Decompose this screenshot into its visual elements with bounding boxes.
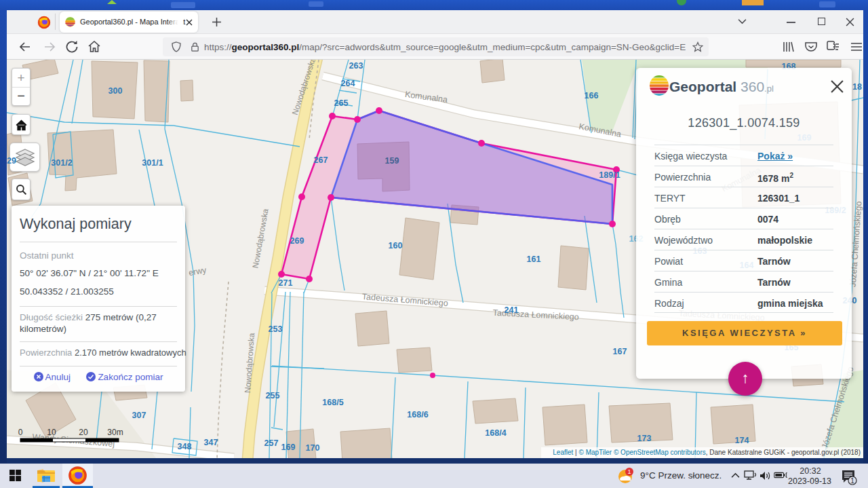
svg-text:18: 18	[852, 82, 862, 92]
svg-text:169: 169	[281, 443, 296, 452]
svg-text:20: 20	[79, 428, 88, 437]
svg-text:174: 174	[735, 436, 749, 445]
svg-text:301/1: 301/1	[142, 158, 163, 168]
svg-text:166: 166	[585, 91, 599, 100]
svg-text:168/4: 168/4	[485, 428, 506, 438]
svg-text:307: 307	[132, 411, 146, 420]
svg-text:0: 0	[18, 428, 23, 437]
svg-text:173: 173	[637, 434, 652, 443]
svg-text:263: 263	[349, 61, 363, 71]
svg-text:269: 269	[290, 236, 304, 246]
svg-text:257: 257	[264, 438, 279, 448]
svg-text:253: 253	[269, 324, 283, 334]
svg-text:267: 267	[314, 155, 328, 165]
svg-text:189/1: 189/1	[599, 170, 620, 180]
svg-text:160: 160	[389, 241, 403, 250]
svg-text:168/6: 168/6	[407, 410, 428, 419]
svg-text:10: 10	[47, 428, 56, 437]
svg-text:347: 347	[204, 438, 218, 447]
svg-text:348: 348	[178, 442, 192, 451]
svg-text:159: 159	[385, 156, 399, 166]
svg-text:241: 241	[505, 305, 519, 315]
svg-text:265: 265	[334, 98, 349, 108]
svg-text:168/5: 168/5	[322, 398, 343, 407]
svg-text:300: 300	[108, 86, 123, 96]
svg-text:161: 161	[527, 255, 541, 264]
svg-text:30m: 30m	[107, 428, 123, 437]
svg-text:167: 167	[613, 347, 627, 356]
svg-text:1: 1	[850, 477, 854, 485]
svg-text:271: 271	[279, 278, 293, 288]
svg-text:1: 1	[627, 468, 631, 475]
svg-text:255: 255	[266, 391, 280, 400]
svg-text:170: 170	[306, 443, 320, 453]
svg-text:264: 264	[341, 79, 355, 88]
svg-text:301/2: 301/2	[51, 158, 72, 168]
